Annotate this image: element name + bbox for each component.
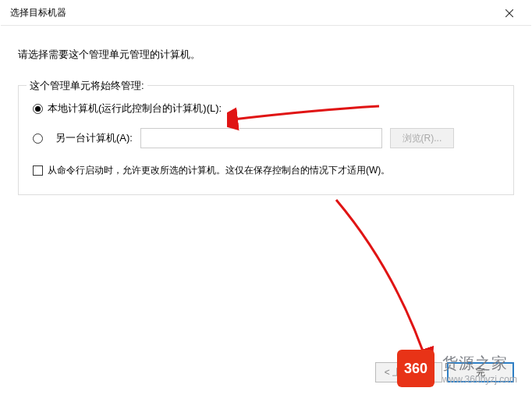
another-computer-input[interactable]	[140, 128, 382, 148]
annotation-arrow-icon	[328, 196, 484, 375]
finish-button[interactable]: 完	[447, 362, 514, 382]
radio-local-row: 本地计算机(运行此控制台的计算机)(L):	[33, 101, 499, 116]
management-group: 这个管理单元将始终管理: 本地计算机(运行此控制台的计算机)(L): 另一台计算…	[18, 85, 514, 195]
group-legend: 这个管理单元将始终管理:	[27, 79, 147, 93]
titlebar: 选择目标机器	[1, 1, 531, 26]
checkbox-row: 从命令行启动时，允许更改所选的计算机。这仅在保存控制台的情况下才适用(W)。	[33, 164, 499, 177]
instruction-text: 请选择需要这个管理单元管理的计算机。	[18, 48, 514, 62]
back-button[interactable]: < 上一步(B)	[375, 362, 442, 382]
browse-button[interactable]: 浏览(R)...	[390, 128, 454, 148]
radio-local[interactable]	[33, 104, 43, 114]
close-button[interactable]	[494, 1, 525, 26]
radio-another-label: 另一台计算机(A):	[55, 131, 133, 145]
checkbox-label: 从命令行启动时，允许更改所选的计算机。这仅在保存控制台的情况下才适用(W)。	[48, 164, 390, 177]
radio-another[interactable]	[33, 133, 43, 144]
window-title: 选择目标机器	[10, 6, 66, 20]
radio-another-row: 另一台计算机(A): 浏览(R)...	[33, 128, 499, 148]
footer-buttons: < 上一步(B) 完	[375, 362, 514, 382]
allow-change-checkbox[interactable]	[33, 165, 43, 176]
close-icon	[505, 9, 513, 17]
radio-local-label: 本地计算机(运行此控制台的计算机)(L):	[48, 101, 222, 116]
